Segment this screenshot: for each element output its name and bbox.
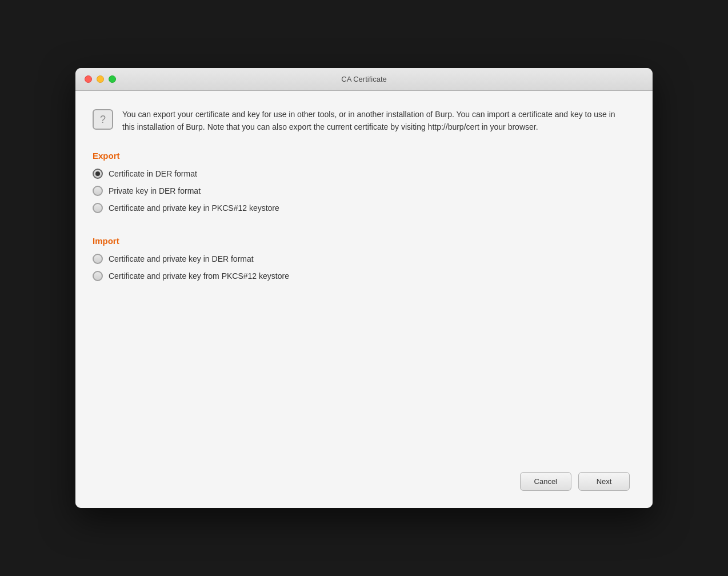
minimize-button[interactable] [97,75,104,83]
info-section: ? You can export your certificate and ke… [93,108,630,134]
radio-cert-der-label: Certificate in DER format [109,169,197,178]
traffic-lights [85,75,116,83]
import-section: Import Certificate and private key in DE… [93,236,630,288]
radio-cert-pkcs12[interactable] [93,203,103,213]
next-button[interactable]: Next [578,472,630,491]
radio-key-der-label: Private key in DER format [109,186,201,195]
help-icon: ? [93,109,113,130]
button-bar: Cancel Next [93,455,630,491]
import-label: Import [93,236,630,246]
radio-option-import-der[interactable]: Certificate and private key in DER forma… [93,254,630,264]
radio-import-der[interactable] [93,254,103,264]
radio-option-cert-pkcs12[interactable]: Certificate and private key in PKCS#12 k… [93,203,630,213]
export-label: Export [93,151,630,161]
close-button[interactable] [85,75,92,83]
radio-import-pkcs12-label: Certificate and private key from PKCS#12… [109,271,289,281]
info-text: You can export your certificate and key … [122,108,630,134]
radio-key-der[interactable] [93,186,103,196]
radio-cert-pkcs12-label: Certificate and private key in PKCS#12 k… [109,203,279,213]
content-area: ? You can export your certificate and ke… [75,91,653,508]
radio-import-der-label: Certificate and private key in DER forma… [109,254,254,263]
window-title: CA Certificate [341,75,386,83]
radio-cert-der[interactable] [93,169,103,179]
main-window: CA Certificate ? You can export your cer… [75,68,653,508]
radio-option-key-der[interactable]: Private key in DER format [93,186,630,196]
cancel-button[interactable]: Cancel [520,472,571,491]
title-bar: CA Certificate [75,68,653,91]
export-section: Export Certificate in DER format Private… [93,151,630,220]
radio-option-cert-der[interactable]: Certificate in DER format [93,169,630,179]
maximize-button[interactable] [109,75,116,83]
radio-import-pkcs12[interactable] [93,271,103,281]
radio-option-import-pkcs12[interactable]: Certificate and private key from PKCS#12… [93,271,630,281]
